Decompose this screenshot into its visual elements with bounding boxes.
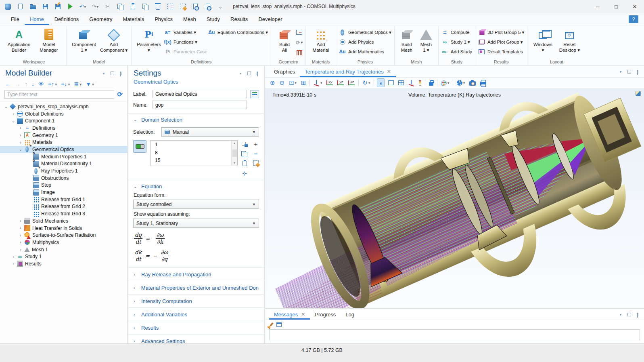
menu-study[interactable]: Study <box>201 13 225 25</box>
view-xz-icon[interactable]: xz <box>347 78 355 87</box>
tree-item-definitions[interactable]: ›≡Definitions <box>0 124 127 132</box>
add-selection-icon[interactable]: + <box>253 141 259 147</box>
import-geometry-icon[interactable] <box>296 29 303 36</box>
rebuild-icon[interactable]: ⟳▾ <box>296 39 303 46</box>
select-box-icon[interactable] <box>167 3 174 10</box>
physics-interface-dropdown[interactable]: Geometrical Optics ▾ <box>339 29 391 36</box>
go-to-default-view-icon[interactable]: ▾ <box>313 78 323 87</box>
tree-item-study-1[interactable]: ›∞Study 1 <box>0 253 127 260</box>
chevron-right-icon[interactable]: › <box>18 133 23 137</box>
menu-geometry[interactable]: Geometry <box>84 13 117 25</box>
messages-output[interactable] <box>269 329 640 340</box>
pin-icon[interactable] <box>255 71 260 76</box>
tree-item-obstructions[interactable]: Obstructions <box>0 175 127 182</box>
view-yz-icon[interactable]: yz <box>337 78 345 87</box>
collapse-all-icon[interactable]: ≡↓▾ <box>61 81 70 87</box>
cut-icon[interactable]: ✂ <box>104 3 111 10</box>
create-selection-icon[interactable] <box>241 141 248 147</box>
tree-item-results[interactable]: ›Results <box>0 260 127 267</box>
show-axis-icon[interactable] <box>408 78 415 87</box>
save-icon[interactable] <box>42 3 49 10</box>
move-up-icon[interactable]: ↑ <box>25 81 27 87</box>
forward-icon[interactable]: → <box>15 81 21 87</box>
tree-item-release-from-grid-1[interactable]: Release from Grid 1 <box>0 196 127 203</box>
list-scrollbar[interactable]: ▲ ▼ <box>231 141 237 166</box>
view-indicator-icon[interactable] <box>636 91 641 96</box>
tree-item-release-from-grid-2[interactable]: Release from Grid 2 <box>0 203 127 210</box>
menu-definitions[interactable]: Definitions <box>49 13 84 25</box>
label-field[interactable] <box>153 90 247 98</box>
chevron-right-icon[interactable]: › <box>18 247 23 252</box>
color-theme-icon[interactable]: ▾ <box>440 78 450 87</box>
tree-item-stop[interactable]: Stop <box>0 182 127 189</box>
pin-icon[interactable] <box>635 69 640 74</box>
tree-item-multiphysics[interactable]: ›Multiphysics <box>0 239 127 246</box>
mesh-1-button[interactable]: Mesh 1 ▾ <box>417 26 435 53</box>
section-advanced-settings[interactable]: ›Advanced Settings <box>128 334 264 343</box>
tree-item-solid-mechanics[interactable]: ›Solid Mechanics <box>0 217 127 225</box>
variables-button[interactable]: a= Variables ▾ <box>164 29 207 36</box>
panel-menu-icon[interactable]: ▾ <box>238 71 243 76</box>
environment-reflections-icon[interactable] <box>387 78 395 87</box>
minimize-button[interactable]: ─ <box>588 0 607 13</box>
search-model-icon[interactable] <box>204 3 211 10</box>
refresh-icon[interactable]: ⟳ <box>117 90 123 98</box>
zoom-to-selection-icon[interactable]: ⊹ <box>241 170 248 176</box>
windows-button[interactable]: Windows ▾ <box>530 26 555 53</box>
section-intensity-computation[interactable]: ›Intensity Computation <box>128 294 264 307</box>
build-mesh-button[interactable]: Build Mesh <box>397 26 416 53</box>
selection-list-item[interactable]: 15 <box>155 157 231 165</box>
selection-toggle-button[interactable] <box>133 140 146 153</box>
close-tab-icon[interactable]: ✕ <box>387 69 391 74</box>
section-ray-release[interactable]: ›Ray Release and Propagation <box>128 267 264 281</box>
section-additional-variables[interactable]: ›Additional Variables <box>128 307 264 321</box>
chevron-right-icon[interactable]: › <box>18 240 23 244</box>
chevron-right-icon[interactable]: › <box>18 233 23 238</box>
scene-settings-icon[interactable]: ▾ <box>456 78 466 87</box>
zoom-extents-icon[interactable]: ⊞ <box>300 78 307 87</box>
tree-item-material-discontinuity[interactable]: Material Discontinuity 1 <box>0 160 127 168</box>
delete-icon[interactable] <box>154 3 161 10</box>
help-button[interactable]: ? <box>629 15 638 23</box>
virtual-operations-icon[interactable] <box>296 49 303 56</box>
application-builder-button[interactable]: A Application Builder <box>4 26 33 53</box>
image-snapshot-icon[interactable] <box>468 78 477 87</box>
show-icon[interactable]: 👁 <box>38 81 44 87</box>
tree-item-ray-properties[interactable]: Ray Properties 1 <box>0 167 127 175</box>
section-material-properties[interactable]: ›Material Properties of Exterior and Unm… <box>128 281 264 294</box>
add-component-button[interactable]: Add Component ▾ <box>99 26 128 53</box>
selection-list-item[interactable]: 8 <box>155 149 231 157</box>
menu-results[interactable]: Results <box>225 13 253 25</box>
clear-selection-icon[interactable] <box>253 160 259 166</box>
menu-mesh[interactable]: Mesh <box>178 13 201 25</box>
pin-icon[interactable] <box>118 71 123 76</box>
build-all-button[interactable]: Build All <box>274 26 295 53</box>
menu-materials[interactable]: Materials <box>117 13 149 25</box>
copy-selection-icon[interactable] <box>241 151 248 157</box>
parameter-case-button[interactable]: Pi Parameter Case <box>164 48 207 55</box>
save-as-icon[interactable] <box>54 3 61 10</box>
tab-log[interactable]: Log <box>341 309 359 320</box>
scroll-down-icon[interactable]: ▼ <box>233 161 236 165</box>
customize-toolbar-icon[interactable]: ⌄ <box>217 3 224 10</box>
rename-icon[interactable] <box>250 90 259 98</box>
find-icon[interactable] <box>192 3 199 10</box>
name-field[interactable] <box>153 101 247 109</box>
chevron-right-icon[interactable]: › <box>18 140 23 145</box>
view-xy-icon[interactable]: xy <box>326 78 334 87</box>
tab-graphics[interactable]: Graphics <box>269 66 300 77</box>
zoom-box-icon[interactable]: ⊡▾ <box>288 78 297 87</box>
redo-icon[interactable]: ↷▾ <box>92 3 99 10</box>
chevron-right-icon[interactable]: › <box>18 219 23 223</box>
chevron-right-icon[interactable]: › <box>10 261 16 266</box>
show-grid-icon[interactable] <box>397 78 405 87</box>
tree-item-surface-radiation[interactable]: ›Surface-to-Surface Radiation <box>0 232 127 239</box>
chevron-right-icon[interactable]: › <box>18 226 23 230</box>
clear-messages-icon[interactable] <box>270 322 273 326</box>
chevron-right-icon[interactable]: › <box>10 112 16 116</box>
panel-float-icon[interactable] <box>247 71 251 76</box>
scroll-thumb[interactable] <box>232 149 237 157</box>
chevron-right-icon[interactable]: › <box>10 255 16 259</box>
domain-selection-list[interactable]: 1 8 15 ▲ ▼ <box>150 140 238 166</box>
back-icon[interactable]: ← <box>5 81 11 87</box>
